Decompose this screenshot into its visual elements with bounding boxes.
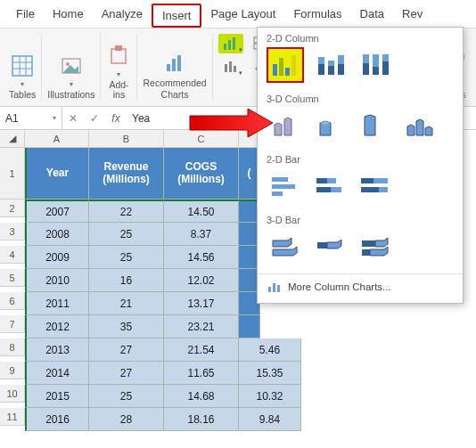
cell-cogs[interactable]: 11.65 [164,362,239,385]
3d-100stacked-bar-option[interactable] [356,229,393,265]
cell-revenue[interactable]: 35 [89,315,164,338]
cell-year[interactable]: 2015 [25,385,89,408]
tab-review[interactable]: Rev [393,4,431,28]
header-revenue[interactable]: Revenue (Millions) [89,148,164,200]
cell-cogs[interactable]: 21.54 [164,338,239,362]
tab-data[interactable]: Data [351,4,393,28]
cell-year[interactable]: 2009 [25,246,89,269]
fx-icon[interactable]: fx [105,112,127,125]
cell-cogs[interactable]: 14.56 [164,246,239,269]
row-header[interactable]: 2 [0,200,25,217]
cell-revenue[interactable]: 25 [89,246,164,269]
section-2d-column: 2-D Column [267,33,455,44]
tab-file[interactable]: File [7,4,44,28]
cell-year[interactable]: 2008 [25,223,89,246]
3d-stacked-bar-option[interactable] [311,229,349,265]
cell-cogs[interactable]: 18.16 [164,408,239,431]
cell-revenue[interactable]: 22 [89,200,164,223]
clustered-column-option[interactable] [267,47,304,83]
row-header[interactable]: 7 [0,315,25,333]
select-all-corner[interactable]: ◢ [0,130,25,148]
svg-rect-49 [316,178,327,183]
row-header[interactable]: 1 [0,148,25,200]
row-header[interactable]: 10 [0,385,25,403]
cell-year[interactable]: 2013 [25,338,89,362]
row-header[interactable]: 9 [0,362,25,379]
name-box[interactable]: A1 ▾ [0,107,62,129]
cell-extra[interactable]: 15.35 [239,362,301,385]
header-year[interactable]: Year [25,148,89,200]
row-header[interactable]: 11 [0,408,25,426]
section-2d-bar: 2-D Bar [267,154,455,165]
group-tables[interactable]: ▾ Tables [4,34,42,101]
cell-cogs[interactable]: 12.02 [164,269,239,292]
3dstackbar-icon [315,233,345,260]
cell-revenue[interactable]: 27 [89,362,164,385]
cell-revenue[interactable]: 27 [89,338,164,362]
col-header-b[interactable]: B [89,130,164,148]
3d-column-option[interactable] [400,108,438,143]
row-header[interactable]: 6 [0,292,25,310]
100bar-icon [359,173,390,200]
column-chart-button[interactable]: ▾ [218,34,243,53]
cell-year[interactable]: 2014 [25,362,89,385]
stacked-bar-option[interactable] [311,168,349,204]
tab-formulas[interactable]: Formulas [284,4,350,28]
cancel-formula-button[interactable]: ✕ [62,112,84,125]
row-header[interactable]: 8 [0,338,25,356]
cell-cogs[interactable]: 13.17 [164,292,239,315]
group-tables-label: Tables [9,90,36,101]
tab-page-layout[interactable]: Page Layout [201,4,284,28]
group-illustrations-label: Illustrations [47,90,94,101]
accept-formula-button[interactable]: ✓ [84,112,105,125]
statistic-chart-button[interactable]: ▾ [218,57,243,77]
svg-rect-50 [327,178,336,183]
svg-rect-38 [338,55,344,64]
100-stacked-column-option[interactable] [356,47,393,83]
tab-home[interactable]: Home [44,4,93,28]
tab-insert[interactable]: Insert [152,4,202,28]
svg-rect-33 [291,55,296,76]
row-header[interactable]: 3 [0,223,25,240]
header-cogs[interactable]: COGS (Millions) [164,148,239,200]
svg-rect-48 [272,191,283,196]
cell-revenue[interactable]: 16 [89,269,164,292]
cell-partial[interactable] [239,315,260,338]
3d-col-icon [270,112,300,139]
cell-extra[interactable]: 9.84 [239,408,301,431]
cell-year[interactable]: 2010 [25,269,89,292]
cell-revenue[interactable]: 28 [89,408,164,431]
cell-cogs[interactable]: 23.21 [164,315,239,338]
3d-stacked-column-option[interactable] [311,108,349,143]
cell-year[interactable]: 2012 [25,315,89,338]
cell-revenue[interactable]: 25 [89,223,164,246]
group-recommended-charts[interactable]: Recommended Charts [137,34,212,101]
3d-clustered-bar-option[interactable] [267,229,304,265]
svg-point-6 [66,62,70,66]
cell-cogs[interactable]: 8.37 [164,223,239,246]
cell-cogs[interactable]: 14.50 [164,200,239,223]
clustered-bar-option[interactable] [267,168,304,204]
cell-revenue[interactable]: 25 [89,385,164,408]
cell-extra[interactable]: 5.46 [239,338,301,362]
column-chart-icon [223,37,239,51]
stacked-column-option[interactable] [311,47,349,83]
group-illustrations[interactable]: ▾ Illustrations [42,34,101,101]
cell-year[interactable]: 2011 [25,292,89,315]
svg-rect-35 [318,64,324,75]
group-addins[interactable]: ▾ Add- ins [101,34,137,101]
cell-year[interactable]: 2016 [25,408,89,431]
col-header-a[interactable]: A [25,130,89,148]
3d-100stacked-column-option[interactable] [356,108,393,143]
svg-rect-10 [172,59,176,71]
tab-analyze[interactable]: Analyze [93,4,152,28]
cell-cogs[interactable]: 14.68 [164,385,239,408]
100stacked-bar-option[interactable] [356,168,393,204]
cell-revenue[interactable]: 21 [89,292,164,315]
more-column-charts[interactable]: More Column Charts... [258,273,463,299]
cell-extra[interactable]: 10.32 [239,385,301,408]
cell-year[interactable]: 2007 [25,200,89,223]
row-header[interactable]: 4 [0,246,25,264]
row-header[interactable]: 5 [0,269,25,287]
recommended-charts-icon [161,50,188,77]
